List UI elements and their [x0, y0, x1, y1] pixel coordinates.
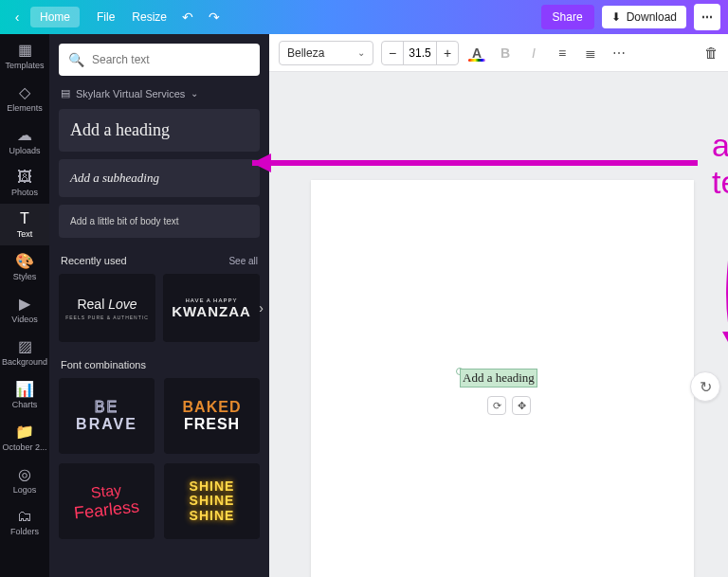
- resize-menu[interactable]: Resize: [132, 10, 167, 24]
- combo-shine[interactable]: SHINE SHINE SHINE: [164, 463, 260, 539]
- text: BRAVE: [76, 416, 137, 433]
- rail-label: Videos: [11, 315, 37, 324]
- rail-october[interactable]: 📁 October 2...: [0, 416, 49, 459]
- combo-stay-fearless[interactable]: Stay Fearless: [59, 463, 155, 539]
- canvas-viewport[interactable]: Add a heading ⟳ ✥ ↻ add text: [269, 72, 728, 577]
- combo-be-brave[interactable]: BE BRAVE: [59, 378, 155, 454]
- photos-icon: 🖼: [0, 169, 49, 186]
- rail-styles[interactable]: 🎨 Styles: [0, 245, 49, 288]
- charts-icon: 📊: [0, 380, 49, 398]
- rail-uploads[interactable]: ☁ Uploads: [0, 119, 49, 162]
- brand-icon: ▤: [61, 87, 70, 99]
- rail-label: Folders: [10, 527, 39, 536]
- brand-name: Skylark Virtual Services: [76, 88, 185, 99]
- font-color-button[interactable]: A: [466, 45, 487, 61]
- rail-label: Photos: [11, 188, 38, 197]
- logos-icon: ◎: [0, 465, 49, 483]
- search-text-input[interactable]: 🔍: [59, 44, 260, 76]
- rail-photos[interactable]: 🖼 Photos: [0, 162, 49, 204]
- rail-text[interactable]: T Text: [0, 204, 49, 245]
- search-field[interactable]: [92, 53, 250, 66]
- rail-elements[interactable]: ◇ Elements: [0, 77, 49, 119]
- recent-template-real-love[interactable]: Real Love FEELS PURE & AUTHENTIC: [59, 274, 155, 342]
- rail-label: Styles: [13, 272, 37, 281]
- rail-label: Charts: [12, 400, 38, 409]
- rail-label: Logos: [13, 485, 37, 495]
- text: FEELS PURE & AUTHENTIC: [65, 315, 149, 320]
- rail-label: Templates: [5, 61, 44, 70]
- brand-dropdown[interactable]: ▤ Skylark Virtual Services ⌄: [61, 87, 258, 99]
- text: SHINE: [190, 509, 235, 523]
- design-page[interactable]: Add a heading ⟳ ✥: [311, 180, 694, 577]
- scroll-right-button[interactable]: ›: [259, 300, 264, 316]
- side-rail: ▦ Templates ◇ Elements ☁ Uploads 🖼 Photo…: [0, 34, 49, 577]
- combo-baked-fresh[interactable]: BAKED FRESH: [164, 378, 260, 454]
- add-body-text-button[interactable]: Add a little bit of body text: [59, 205, 260, 238]
- chevron-down-icon: ⌄: [357, 47, 365, 58]
- text: Fearless: [73, 496, 140, 523]
- text: BAKED: [183, 399, 242, 416]
- text: SHINE: [190, 479, 235, 494]
- section-title: Font combinations: [61, 359, 146, 370]
- file-menu[interactable]: File: [97, 10, 115, 24]
- delete-button[interactable]: 🗑: [704, 45, 719, 61]
- rail-label: Text: [17, 229, 33, 239]
- bold-button[interactable]: B: [495, 45, 516, 61]
- more-text-options-button[interactable]: ⋯: [609, 45, 629, 61]
- download-icon: ⬇: [611, 10, 621, 24]
- font-size-stepper: − +: [381, 41, 459, 65]
- rail-background[interactable]: ▨ Background: [0, 331, 49, 373]
- rail-videos[interactable]: ▶ Videos: [0, 288, 49, 331]
- undo-button[interactable]: ↶: [182, 9, 193, 25]
- list-button[interactable]: ≣: [580, 45, 601, 61]
- rail-folders[interactable]: 🗂 Folders: [0, 501, 49, 543]
- rotate-control[interactable]: ⟳: [487, 396, 506, 415]
- alignment-button[interactable]: ≡: [552, 45, 573, 61]
- text: BE: [95, 399, 118, 416]
- rail-logos[interactable]: ◎ Logos: [0, 459, 49, 501]
- annotation-label: add text: [712, 127, 728, 201]
- font-combinations-header: Font combinations: [61, 359, 258, 370]
- selected-text-element[interactable]: Add a heading: [461, 370, 537, 387]
- styles-icon: 🎨: [0, 252, 49, 270]
- see-all-link[interactable]: See all: [228, 256, 258, 266]
- font-name: Belleza: [287, 46, 324, 60]
- rail-label: Background: [2, 357, 47, 367]
- search-icon: 🔍: [68, 52, 84, 67]
- rail-label: Elements: [7, 103, 43, 113]
- uploads-icon: ☁: [0, 126, 49, 144]
- italic-button[interactable]: I: [523, 45, 544, 61]
- add-heading-button[interactable]: Add a heading: [59, 109, 260, 152]
- videos-icon: ▶: [0, 295, 49, 313]
- move-control[interactable]: ✥: [512, 396, 531, 415]
- top-bar: ‹ Home File Resize ↶ ↷ Share ⬇ Download …: [0, 0, 728, 34]
- decrease-size-button[interactable]: −: [382, 45, 403, 61]
- download-button[interactable]: ⬇ Download: [602, 6, 686, 28]
- text: KWANZAA: [172, 303, 251, 319]
- chevron-down-icon: ⌄: [191, 88, 198, 99]
- home-button[interactable]: Home: [30, 7, 80, 27]
- text-icon: T: [0, 210, 49, 227]
- back-button[interactable]: ‹: [8, 9, 27, 25]
- rail-templates[interactable]: ▦ Templates: [0, 34, 49, 77]
- text-panel: 🔍 ▤ Skylark Virtual Services ⌄ Add a hea…: [49, 34, 269, 577]
- background-icon: ▨: [0, 337, 49, 355]
- recent-template-kwanzaa[interactable]: HAVE A HAPPY KWANZAA: [163, 274, 260, 342]
- reposition-page-button[interactable]: ↻: [690, 371, 720, 402]
- add-subheading-button[interactable]: Add a subheading: [59, 159, 260, 197]
- rail-label: Uploads: [9, 146, 40, 155]
- text: SHINE: [190, 494, 235, 508]
- recently-used-header: Recently used See all: [61, 255, 258, 266]
- share-button[interactable]: Share: [541, 5, 594, 29]
- download-label: Download: [627, 10, 677, 24]
- editor-area: Belleza ⌄ − + A B I ≡ ≣ ⋯ 🗑 Add a headin…: [269, 34, 728, 577]
- font-family-select[interactable]: Belleza ⌄: [279, 41, 373, 65]
- font-size-input[interactable]: [403, 42, 437, 64]
- text: FRESH: [184, 416, 240, 433]
- increase-size-button[interactable]: +: [437, 45, 458, 61]
- more-menu-button[interactable]: ⋯: [694, 4, 720, 30]
- rail-charts[interactable]: 📊 Charts: [0, 373, 49, 416]
- redo-button[interactable]: ↷: [209, 9, 220, 25]
- rail-label: October 2...: [2, 442, 46, 452]
- folder-icon: 📁: [0, 423, 49, 441]
